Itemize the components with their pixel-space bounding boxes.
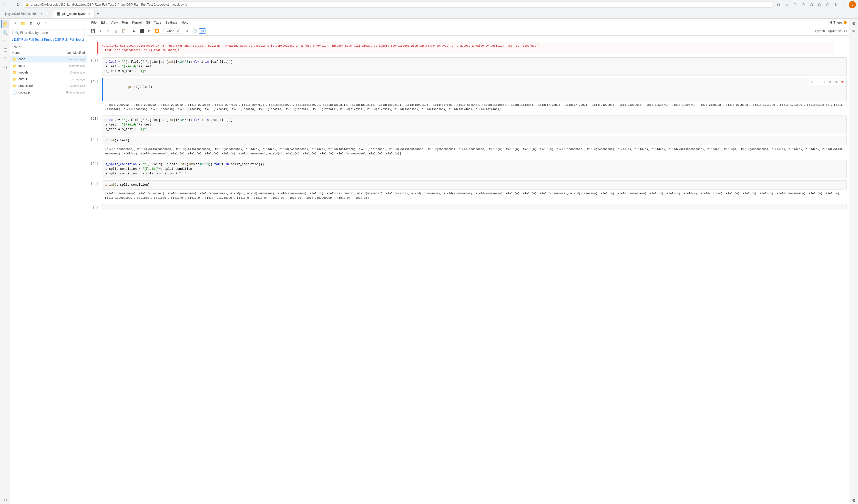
sidebar-files-icon[interactable]: 📁 <box>1 20 9 28</box>
sidebar-git-icon[interactable]: ⑂ <box>1 37 9 45</box>
cell-59-content: s_leaf = ""), Field(".".join([str(int(i*… <box>102 58 847 76</box>
git-btn[interactable]: git <box>199 29 206 34</box>
extension-icon3[interactable]: ⬡ <box>808 1 815 8</box>
cell-empty-content <box>102 204 847 210</box>
nb-cut-btn[interactable]: ✂ <box>105 28 112 35</box>
nb-clock-btn[interactable]: 🕐 <box>191 28 198 35</box>
cell-60-content: print(s_leaf) ⎘ ↑ ↓ ⊕ ⊕ 🗑 [Field(2000732… <box>102 78 847 113</box>
cell-delete-btn[interactable]: 🗑 <box>840 79 845 85</box>
new-launcher-btn[interactable]: + <box>12 20 19 27</box>
nb-paste-btn[interactable]: 📋 <box>120 28 127 35</box>
tab-notebook[interactable]: 📓 plot_model.ipynb ✕ <box>53 10 95 18</box>
address-bar[interactable]: 🔒 erda.dk/DAG/user/jdb380_ku_dk/lab/tree… <box>22 2 774 8</box>
kernel-circle <box>844 30 847 32</box>
menu-kernel[interactable]: Kernel <box>130 19 144 26</box>
tab-notebook-label: plot_model.ipynb <box>62 12 85 16</box>
cell-65-input[interactable]: print(s_split_condition) <box>102 180 847 190</box>
menu-edit[interactable]: Edit <box>99 19 108 26</box>
extension-icon2[interactable]: ⬡ <box>799 1 807 8</box>
download-icon[interactable]: ⬇ <box>832 1 840 8</box>
cell-61-input[interactable]: s_test = ""), Field(".".join([str(int(i*… <box>102 115 847 134</box>
menu-run[interactable]: Run <box>120 19 130 26</box>
nb-interrupt-btn[interactable]: ⬛ <box>138 28 145 35</box>
forward-button[interactable]: → <box>9 2 14 7</box>
right-settings-icon[interactable]: ⚙ <box>850 20 857 27</box>
file-name-code: 📁 code <box>12 57 25 61</box>
menu-git[interactable]: Git <box>144 19 152 26</box>
cell-empty: [ ]: <box>89 203 847 211</box>
nb-refresh-btn[interactable]: ↺ <box>184 28 191 35</box>
browser-nav: ← → ↻ 🔒 erda.dk/DAG/user/jdb380_ku_dk/la… <box>0 0 858 9</box>
cell-63-input[interactable]: s_split_condition = ""), Field(".".join(… <box>102 160 847 178</box>
refresh-btn[interactable]: ↺ <box>35 20 42 27</box>
new-folder-btn[interactable]: 📁 <box>19 20 27 27</box>
tab-terminal-close[interactable]: ✕ <box>46 12 50 16</box>
right-bottom-icon[interactable]: ⚙ <box>850 497 857 504</box>
cell-add-below-btn[interactable]: ⊕ <box>833 79 839 85</box>
cell-add-above-btn[interactable]: ⊕ <box>827 79 833 85</box>
cell-62-input[interactable]: print(s_test) <box>102 136 847 145</box>
extension-icon5[interactable]: ⬡ <box>824 1 831 8</box>
file-item-input[interactable]: 📁 input a month ago <box>10 63 87 69</box>
file-panel: + 📁 ⬆ ↺ ⑂ 🔍 / DSP-Rain-Full-Test-2-Prune… <box>10 19 87 504</box>
cell-copy-btn[interactable]: ⎘ <box>809 79 815 85</box>
extension-icon1[interactable]: ⬡ <box>791 1 798 8</box>
nb-save-btn[interactable]: 💾 <box>89 28 96 35</box>
menu-bar: File Edit View Run Kernel Git Tabs Setti… <box>87 19 849 27</box>
git-clone-btn[interactable]: ⑂ <box>43 20 50 27</box>
sidebar-extensions-icon[interactable]: ⬡ <box>1 63 9 71</box>
cell-61-content: s_test = ""), Field(".".join([str(int(i*… <box>102 115 847 134</box>
new-tab-button[interactable]: + <box>95 10 102 17</box>
sidebar-tabs-icon[interactable]: ⊞ <box>1 54 9 63</box>
menu-settings[interactable]: Settings <box>163 19 179 26</box>
tab-terminal[interactable]: jovyan@8655a2c6b69d: ~/... ✕ <box>2 10 53 18</box>
file-date-output: a day ago <box>73 78 85 81</box>
upload-btn[interactable]: ⬆ <box>27 20 34 27</box>
bookmark-icon[interactable]: ☆ <box>783 1 790 8</box>
nb-sep1 <box>129 29 129 34</box>
nb-restart-run-btn[interactable]: ⏩ <box>154 28 161 35</box>
cell-down-btn[interactable]: ↓ <box>821 79 827 85</box>
cast-icon[interactable]: ⊡ <box>775 1 782 8</box>
file-item-code[interactable]: 📁 code 27 minutes ago <box>10 56 87 63</box>
file-name-output: 📁 output <box>12 77 27 81</box>
sidebar-search-icon[interactable]: 🔍 <box>1 29 9 37</box>
sidebar-commands-icon[interactable]: ☰ <box>1 46 9 54</box>
browser-chrome: ← → ↻ 🔒 erda.dk/DAG/user/jdb380_ku_dk/la… <box>0 0 858 19</box>
file-label-codezip: code.zip <box>18 91 30 94</box>
notebook-content: /tmp/ipykernel_22924/3216545836.py:46: F… <box>87 36 849 504</box>
back-button[interactable]: ← <box>2 2 7 7</box>
menu-help[interactable]: Help <box>179 19 190 26</box>
menu-file[interactable]: File <box>89 19 99 26</box>
cell-60-input[interactable]: print(s_leaf) ⎘ ↑ ↓ ⊕ ⊕ 🗑 <box>102 78 847 101</box>
cell-type-select[interactable]: Code <box>164 28 180 34</box>
sidebar-settings-icon[interactable]: ⚙ <box>1 496 9 504</box>
nb-run-btn[interactable]: ▶ <box>130 28 138 35</box>
menu-view[interactable]: View <box>108 19 120 26</box>
menu-tabs[interactable]: Tabs <box>152 19 163 26</box>
extension-icon4[interactable]: ⬡ <box>816 1 823 8</box>
search-input[interactable] <box>20 31 82 35</box>
nb-add-btn[interactable]: + <box>97 28 104 35</box>
file-item-codezip[interactable]: 📄 code.zip 25 minutes ago <box>10 89 87 96</box>
cell-empty-input[interactable] <box>102 204 847 210</box>
cell-62-number: [62]: <box>89 136 102 141</box>
file-item-models[interactable]: 📁 models 13 days ago <box>10 69 87 76</box>
cell-empty-number: [ ]: <box>89 204 102 209</box>
nb-copy-btn[interactable]: ⎘ <box>112 28 120 35</box>
menu-icon[interactable]: ⋮ <box>841 1 848 8</box>
cell-60-number: [60]: <box>89 78 102 83</box>
breadcrumb-text[interactable]: / DSP-Rain-Full-Test-2-Prune / DSP-Rain-… <box>12 38 84 45</box>
cell-61: [61]: s_test = ""), Field(".".join([str(… <box>89 114 847 135</box>
nb-restart-btn[interactable]: ↺ <box>146 28 153 35</box>
cell-59-input[interactable]: s_leaf = ""), Field(".".join([str(int(i*… <box>102 58 847 76</box>
tab-notebook-close[interactable]: ✕ <box>87 12 91 16</box>
refresh-button[interactable]: ↻ <box>15 2 20 7</box>
right-property-icon[interactable]: ≡ <box>850 28 857 35</box>
cell-up-btn[interactable]: ↑ <box>815 79 821 85</box>
profile-icon[interactable]: J <box>849 1 856 8</box>
file-list: 📁 code 27 minutes ago 📁 input a month ag… <box>10 56 87 504</box>
file-item-output[interactable]: 📁 output a day ago <box>10 76 87 82</box>
col-name: Name <box>12 51 20 54</box>
file-item-processed[interactable]: 📁 processed 13 days ago <box>10 82 87 89</box>
